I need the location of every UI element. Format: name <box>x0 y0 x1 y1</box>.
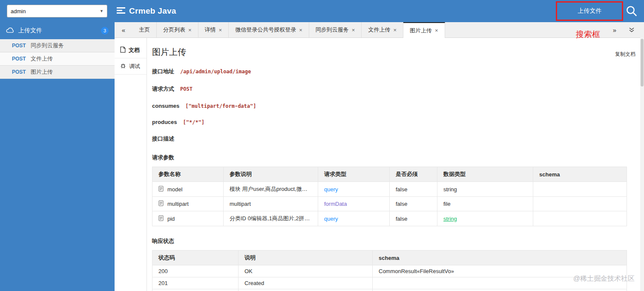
search-icon[interactable] <box>625 5 638 19</box>
status-schema <box>373 277 627 289</box>
close-icon[interactable]: × <box>219 27 222 33</box>
env-select-value: admin <box>11 8 26 14</box>
field-value: ["*/*"] <box>183 119 205 125</box>
tab-sync-to-cloud[interactable]: 同步到云服务 × <box>309 22 362 37</box>
sidebar: 上传文件 3 POST 同步到云服务 POST 文件上传 POST 图片上传 <box>0 22 115 291</box>
tab-bar: « 主页 分页列表 × 详情 × 微信登录公共号授权登录 × 同步到云服务 × … <box>115 22 644 38</box>
close-icon[interactable]: × <box>188 27 192 33</box>
header-search-input[interactable]: 上传文件 <box>557 2 623 20</box>
status-desc: Created <box>239 277 373 289</box>
sidebar-item-label: 同步到云服务 <box>31 42 64 49</box>
count-badge: 3 <box>101 27 109 35</box>
field-label: consumes <box>152 103 179 109</box>
param-sheet-icon <box>158 215 164 222</box>
close-icon[interactable]: × <box>299 27 302 33</box>
field-api-description: 接口描述 <box>152 135 627 143</box>
status-schema: CommonResult«FileResultVo» <box>373 265 627 277</box>
app-logo: Crmeb Java <box>117 6 176 16</box>
field-label: 接口描述 <box>152 135 174 143</box>
doc-nav: 文档 调试 <box>115 38 147 291</box>
field-request-method: 请求方式 POST <box>152 85 627 93</box>
table-row: 201 Created <box>152 277 627 289</box>
scrollbar-thumb[interactable] <box>641 39 644 86</box>
param-sheet-icon <box>158 186 164 193</box>
tab-detail[interactable]: 详情 × <box>198 22 229 37</box>
param-required: false <box>390 182 437 197</box>
status-desc: Unauthorized <box>239 289 373 291</box>
status-schema <box>373 289 627 291</box>
sidebar-group-upload[interactable]: 上传文件 3 <box>0 22 115 39</box>
params-table: 参数名称 参数说明 请求类型 是否必须 数据类型 schema model 模块… <box>152 167 627 226</box>
param-name: pid <box>167 216 175 222</box>
field-value: ["multipart/form-data"] <box>185 103 256 109</box>
tab-wechat-public-auth-login[interactable]: 微信登录公共号授权登录 × <box>229 22 309 37</box>
table-row: multipart multipart formData false file <box>152 197 627 211</box>
response-table: 状态码 说明 schema 200 OK CommonResult«FileRe… <box>152 250 627 291</box>
request-type-link[interactable]: formData <box>324 201 347 207</box>
close-icon[interactable]: × <box>352 27 355 33</box>
request-type-link[interactable]: query <box>324 186 338 193</box>
sidebar-item-sync-to-cloud[interactable]: POST 同步到云服务 <box>0 39 115 52</box>
close-icon[interactable]: × <box>435 27 438 34</box>
column-header: 状态码 <box>152 251 239 265</box>
tab-label: 图片上传 <box>410 27 432 35</box>
sidebar-group-label: 上传文件 <box>18 27 42 35</box>
params-heading: 请求参数 <box>152 154 627 161</box>
column-header: 数据类型 <box>437 167 533 182</box>
sidebar-item-image-upload[interactable]: POST 图片上传 <box>0 66 115 79</box>
cloud-icon <box>6 27 14 35</box>
response-heading: 响应状态 <box>152 237 627 245</box>
field-value: POST <box>180 86 193 92</box>
doc-nav-label: 调试 <box>129 63 140 70</box>
vertical-scrollbar[interactable] <box>640 37 644 291</box>
tab-label: 同步到云服务 <box>316 26 349 34</box>
param-required: false <box>390 197 437 211</box>
param-desc: multipart <box>224 197 318 211</box>
copy-doc-link[interactable]: 复制文档 <box>615 51 635 58</box>
bug-icon <box>120 63 126 70</box>
collapse-tabs-button[interactable]: « <box>115 22 132 37</box>
sidebar-item-file-upload[interactable]: POST 文件上传 <box>0 52 115 66</box>
doc-pane: 图片上传 复制文档 接口地址 /api/admin/upload/image 请… <box>147 38 644 291</box>
tab-label: 微信登录公共号授权登录 <box>235 26 296 34</box>
top-header: admin ▼ Crmeb Java <box>0 0 644 22</box>
tab-home[interactable]: 主页 <box>132 22 157 37</box>
tab-debug[interactable]: 调试 <box>115 58 147 75</box>
table-header-row: 参数名称 参数说明 请求类型 是否必须 数据类型 schema <box>152 167 627 182</box>
http-method-label: POST <box>12 69 31 75</box>
tab-doc[interactable]: 文档 <box>115 42 147 58</box>
menu-bars-icon <box>117 7 125 16</box>
doc-nav-label: 文档 <box>129 46 140 54</box>
param-data-type: file <box>437 197 533 211</box>
http-method-label: POST <box>12 43 31 49</box>
tab-file-upload[interactable]: 文件上传 × <box>362 22 403 37</box>
field-label: produces <box>152 119 177 125</box>
tab-page-list[interactable]: 分页列表 × <box>157 22 198 37</box>
chevron-down-icon: ▼ <box>100 9 104 13</box>
close-icon[interactable]: × <box>393 27 397 33</box>
request-type-link[interactable]: query <box>324 216 338 222</box>
annotation-label: 搜索框 <box>576 29 600 40</box>
expand-tabs-button[interactable]: » <box>606 22 624 37</box>
document-icon <box>120 46 126 54</box>
status-code: 201 <box>152 277 239 289</box>
env-select[interactable]: admin ▼ <box>7 5 107 17</box>
tab-label: 分页列表 <box>163 26 185 34</box>
field-api-url: 接口地址 /api/admin/upload/image <box>152 68 627 75</box>
field-value: /api/admin/upload/image <box>180 69 251 75</box>
param-data-type: string <box>437 182 533 197</box>
param-schema <box>533 197 627 211</box>
data-type-link[interactable]: string <box>443 216 457 222</box>
column-header: 是否必须 <box>390 167 437 182</box>
sidebar-list: POST 同步到云服务 POST 文件上传 POST 图片上传 <box>0 39 115 79</box>
header-search-value: 上传文件 <box>578 7 602 15</box>
param-name: multipart <box>167 201 189 207</box>
tab-image-upload[interactable]: 图片上传 × <box>403 22 445 38</box>
content-row: 文档 调试 图片上传 复制文档 接口地址 /api/admin/upload/i… <box>115 38 644 291</box>
column-header: 说明 <box>239 251 373 265</box>
column-header: schema <box>373 251 627 265</box>
column-header: 参数说明 <box>224 167 318 182</box>
http-method-label: POST <box>12 56 31 62</box>
double-chevron-down-icon[interactable] <box>624 22 640 37</box>
status-desc: OK <box>239 265 373 277</box>
